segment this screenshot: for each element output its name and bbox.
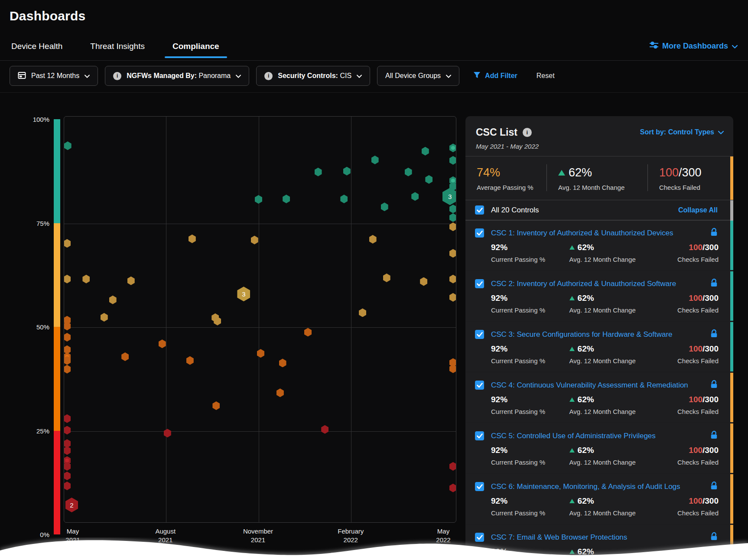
scatter-point[interactable] — [109, 296, 117, 304]
scatter-point[interactable] — [343, 167, 351, 176]
unlocked-icon[interactable] — [709, 329, 719, 340]
scrollbar-thumb[interactable] — [730, 200, 733, 221]
csc-row-checkbox[interactable] — [475, 330, 484, 339]
scatter-point[interactable] — [279, 358, 286, 367]
scatter-point[interactable] — [64, 426, 71, 435]
csc-row-checkbox[interactable] — [475, 431, 484, 440]
scatter-point[interactable] — [420, 277, 427, 286]
more-dashboards-button[interactable]: More Dashboards — [650, 42, 738, 51]
csc-row-checkbox[interactable] — [475, 381, 484, 390]
scatter-point[interactable] — [371, 156, 379, 164]
unlocked-icon[interactable] — [709, 532, 719, 543]
unlocked-icon[interactable] — [709, 278, 719, 289]
sliders-icon — [650, 42, 658, 51]
scatter-point[interactable] — [276, 388, 284, 397]
scatter-point[interactable] — [255, 195, 262, 204]
scatter-point[interactable] — [64, 239, 71, 247]
csc-row-checkbox[interactable] — [475, 482, 484, 491]
ngfw-managed-by-dropdown[interactable]: i NGFWs Managed By: Panorama — [105, 66, 249, 86]
scatter-point[interactable] — [449, 293, 456, 302]
csc-row-title[interactable]: CSC 3: Secure Configurations for Hardwar… — [491, 330, 702, 339]
csc-row-checkbox[interactable] — [475, 228, 484, 238]
reset-filters-button[interactable]: Reset — [537, 72, 555, 80]
scatter-point[interactable] — [449, 462, 456, 471]
scatter-point[interactable] — [422, 147, 429, 156]
scatter-point[interactable] — [304, 328, 312, 336]
scatter-point[interactable] — [359, 308, 366, 317]
month-change-value: 62% — [578, 547, 594, 557]
scatter-point[interactable] — [64, 482, 71, 490]
scatter-point[interactable] — [64, 141, 72, 150]
scatter-point[interactable] — [64, 365, 71, 374]
csc-row-title[interactable]: CSC 6: Maintenance, Monitoring, & Analys… — [491, 482, 702, 491]
unlocked-icon[interactable] — [709, 380, 719, 391]
csc-row-title[interactable]: CSC 4: Continuous Vulnerability Assessme… — [491, 381, 702, 390]
scatter-point[interactable] — [186, 356, 194, 365]
collapse-all-button[interactable]: Collapse All — [678, 206, 718, 214]
sort-by-label: Sort by: Control Types — [640, 128, 714, 136]
scatter-point[interactable] — [283, 195, 290, 203]
scatter-point[interactable] — [369, 235, 377, 244]
csc-row-checkbox[interactable] — [475, 533, 484, 542]
scatter-point[interactable] — [411, 192, 419, 201]
time-range-dropdown[interactable]: Past 12 Months — [10, 66, 98, 86]
scatter-point[interactable] — [251, 236, 258, 244]
security-controls-dropdown[interactable]: i Security Controls: CIS — [256, 66, 370, 86]
csc-row-4: CSC 4: Continuous Vulnerability Assessme… — [465, 373, 733, 422]
scatter-point[interactable] — [121, 352, 129, 361]
scatter-point[interactable] — [64, 472, 71, 480]
scatter-point[interactable] — [101, 313, 108, 322]
scatter-point[interactable] — [127, 277, 135, 285]
tab-compliance[interactable]: Compliance — [171, 38, 221, 58]
csc-row-title[interactable]: CSC 5: Controlled Use of Administrative … — [491, 432, 702, 440]
scatter-point[interactable] — [449, 275, 456, 283]
scatter-point[interactable] — [212, 401, 220, 410]
scatter-point[interactable] — [164, 429, 171, 437]
scatter-point[interactable] — [64, 446, 71, 455]
scatter-point[interactable] — [82, 275, 90, 283]
scatter-point[interactable] — [405, 168, 412, 176]
scatter-point[interactable] — [449, 365, 456, 373]
more-dashboards-label: More Dashboards — [662, 42, 728, 51]
current-passing-stat: 92% Current Passing % — [491, 395, 569, 415]
csc-row-checkbox[interactable] — [475, 279, 484, 288]
device-groups-dropdown[interactable]: All Device Groups — [377, 66, 459, 86]
csc-row-title[interactable]: CSC 7: Email & Web Browser Protections — [491, 533, 702, 542]
sort-by-dropdown[interactable]: Sort by: Control Types — [640, 128, 724, 136]
month-change-value: 62% — [578, 496, 594, 506]
scatter-point[interactable] — [449, 213, 456, 222]
scatter-point[interactable] — [381, 202, 388, 211]
scatter-point[interactable] — [315, 168, 322, 176]
checks-failed-count: 100 — [659, 166, 679, 179]
scatter-point[interactable] — [449, 156, 456, 165]
scatter-point[interactable] — [64, 275, 71, 283]
unlocked-icon[interactable] — [709, 481, 719, 492]
scatter-point[interactable] — [189, 234, 196, 243]
scatter-point[interactable] — [64, 414, 71, 423]
tab-device-health[interactable]: Device Health — [10, 38, 64, 58]
tab-threat-insights[interactable]: Threat Insights — [88, 38, 146, 58]
scatter-point[interactable] — [425, 175, 433, 184]
month-change-stat: 62% Avg. 12 Month Change — [569, 446, 677, 466]
cluster-marker[interactable]: 3 — [237, 287, 250, 301]
all-controls-checkbox[interactable] — [475, 205, 484, 215]
add-filter-button[interactable]: Add Filter — [473, 72, 517, 80]
scatter-point[interactable] — [340, 195, 348, 203]
checks-failed-stat: 100/300 Checks Failed — [677, 293, 719, 314]
x-tick-label: May2021 — [49, 527, 97, 545]
scatter-point[interactable] — [449, 249, 456, 257]
scatter-point[interactable] — [449, 484, 456, 492]
unlocked-icon[interactable] — [709, 430, 719, 441]
scatter-point[interactable] — [449, 143, 456, 152]
scatter-point[interactable] — [159, 339, 166, 348]
unlocked-icon[interactable] — [709, 228, 719, 238]
scatter-point[interactable] — [64, 333, 71, 342]
scatter-point[interactable] — [383, 273, 390, 282]
cluster-marker[interactable]: 2 — [65, 498, 78, 512]
csc-row-title[interactable]: CSC 1: Inventory of Authorized & Unautho… — [491, 229, 702, 238]
cluster-marker[interactable]: 3 — [442, 188, 456, 205]
csc-row-title[interactable]: CSC 2: Inventory of Authorized & Unautho… — [491, 280, 702, 288]
scatter-point[interactable] — [321, 425, 328, 434]
info-icon[interactable]: i — [523, 128, 532, 137]
scatter-point[interactable] — [449, 205, 456, 213]
